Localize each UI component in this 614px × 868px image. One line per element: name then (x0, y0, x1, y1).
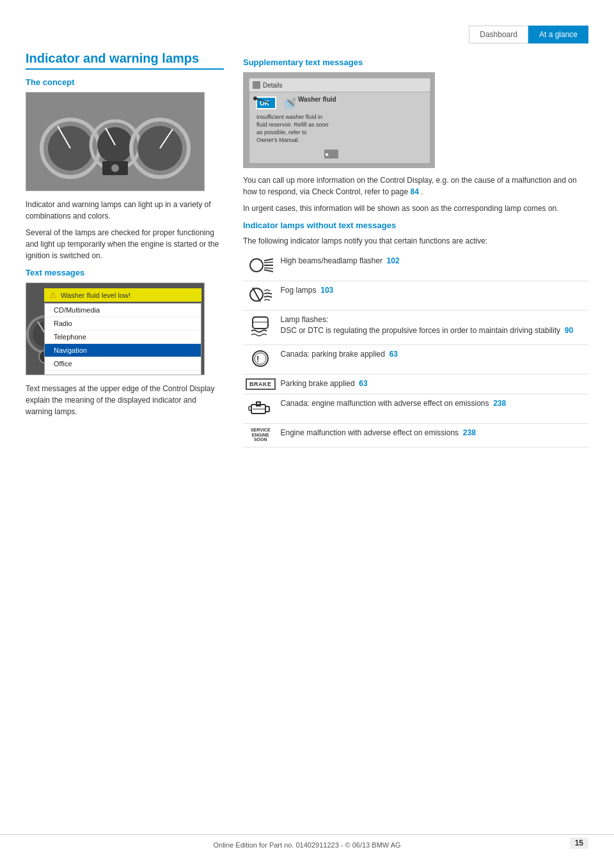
top-navigation: Dashboard At a glance (469, 26, 588, 43)
page-number: 15 (570, 837, 588, 849)
parking-brake-canada-icon: ! (248, 349, 273, 368)
fog-lamps-icon (248, 285, 273, 304)
concept-para1: Indicator and warning lamps can light up… (26, 199, 224, 222)
svg-point-44 (253, 351, 268, 366)
lamp-row-engine-canada: Canada: engine malfunction with adverse … (243, 394, 588, 424)
fog-desc: Fog lamps 103 (278, 281, 588, 311)
lamp-row-parking-canada: ! Canada: parking brake applied 63 (243, 345, 588, 375)
svg-rect-50 (249, 407, 251, 410)
dsc-icon (248, 314, 273, 339)
svg-text:as possible, refer to: as possible, refer to (256, 129, 307, 136)
page-footer: Online Edition for Part no. 01402911223 … (0, 834, 614, 849)
lamp-row-fog: Fog lamps 103 (243, 281, 588, 311)
svg-text:Washer fluid: Washer fluid (298, 96, 336, 103)
svg-text:Details: Details (263, 82, 283, 89)
indicator-intro: The following indicator lamps notify you… (243, 235, 588, 247)
lamp-row-dsc: Lamp flashes: DSC or DTC is regulating t… (243, 311, 588, 345)
service-engine-icon-cell: SERVICEENGINESOON (243, 424, 278, 447)
dsc-desc: Lamp flashes: DSC or DTC is regulating t… (278, 311, 588, 345)
engine-canada-desc: Canada: engine malfunction with adverse … (278, 394, 588, 424)
svg-text:Insufficient washer fluid in: Insufficient washer fluid in (256, 114, 322, 120)
supp-para2: In urgent cases, this information will b… (243, 203, 588, 214)
svg-point-34 (250, 259, 263, 272)
svg-text:!: ! (256, 354, 259, 364)
menu-item-radio: Radio (45, 317, 201, 330)
text-messages-subtitle: Text messages (26, 268, 224, 277)
dsc-icon-cell (243, 311, 278, 345)
svg-line-39 (264, 268, 273, 268)
menu-item-connected: ConnectedDrive (45, 371, 201, 375)
footer-text: Online Edition for Part no. 01402911223 … (213, 841, 400, 849)
svg-line-37 (264, 270, 273, 272)
lamp-row-brake: BRAKE Parking brake applied 63 (243, 375, 588, 394)
menu-item-cd: CD/Multimedia (45, 304, 201, 317)
brake-icon-cell: BRAKE (243, 375, 278, 394)
menu-item-telephone: Telephone (45, 330, 201, 344)
tab-at-a-glance[interactable]: At a glance (528, 26, 588, 43)
svg-point-33 (253, 97, 257, 100)
text-messages-menu: CD/Multimedia Radio Telephone Navigation… (44, 303, 201, 375)
tab-dashboard[interactable]: Dashboard (469, 26, 528, 43)
indicator-lamps-subtitle: Indicator lamps without text messages (243, 221, 588, 230)
svg-rect-20 (253, 81, 260, 89)
svg-rect-49 (265, 407, 269, 412)
indicator-lamps-table: High beams/headlamp flasher 102 (243, 252, 588, 447)
lamp-row-service-engine: SERVICEENGINESOON Engine malfunction wit… (243, 424, 588, 447)
page-ref-84: 84 (410, 187, 418, 196)
high-beams-desc: High beams/headlamp flasher 102 (278, 252, 588, 281)
svg-point-11 (111, 164, 119, 172)
concept-para2: Several of the lamps are checked for pro… (26, 227, 224, 261)
lamp-row-high-beams: High beams/headlamp flasher 102 (243, 252, 588, 281)
fog-icon-cell (243, 281, 278, 311)
page-title: Indicator and warning lamps (26, 51, 224, 70)
engine-canada-icon (248, 398, 273, 417)
svg-text:Owner's Manual.: Owner's Manual. (256, 137, 299, 143)
concept-subtitle: The concept (26, 77, 224, 87)
svg-rect-42 (253, 317, 268, 329)
text-messages-image: ⚠ Washer fluid level low! CD/Multimedia … (26, 283, 205, 375)
svg-text:🚿: 🚿 (282, 96, 298, 111)
supp-para1: You can call up more information on the … (243, 174, 588, 198)
svg-line-35 (264, 259, 273, 261)
parking-canada-icon-cell: ! (243, 345, 278, 375)
warning-bar: ⚠ Washer fluid level low! (44, 288, 201, 302)
left-column: Indicator and warning lamps The concept (26, 51, 224, 447)
menu-item-office: Office (45, 357, 201, 371)
brake-desc: Parking brake applied 63 (278, 375, 588, 394)
parking-canada-desc: Canada: parking brake applied 63 (278, 345, 588, 375)
supplementary-image: Details OK 🚿 Washer fluid Insufficient w… (243, 72, 435, 168)
text-messages-para: Text messages at the upper edge of the C… (26, 383, 224, 417)
menu-item-navigation: Navigation (45, 344, 201, 357)
service-engine-desc: Engine malfunction with adverse effect o… (278, 424, 588, 447)
brake-badge: BRAKE (246, 378, 276, 390)
svg-text:fluid reservoir. Refill as soo: fluid reservoir. Refill as soon (256, 121, 329, 128)
svg-text:■: ■ (326, 151, 329, 157)
svg-line-41 (253, 288, 260, 302)
engine-canada-icon-cell (243, 394, 278, 424)
service-engine-badge: SERVICEENGINESOON (251, 428, 271, 442)
svg-line-38 (264, 262, 273, 263)
right-column: Supplementary text messages Details OK 🚿… (243, 51, 588, 447)
dashboard-image (26, 92, 205, 191)
supplementary-subtitle: Supplementary text messages (243, 58, 588, 67)
high-beams-icon-cell (243, 252, 278, 281)
high-beams-icon (248, 256, 273, 275)
main-content: Indicator and warning lamps The concept (0, 0, 614, 486)
